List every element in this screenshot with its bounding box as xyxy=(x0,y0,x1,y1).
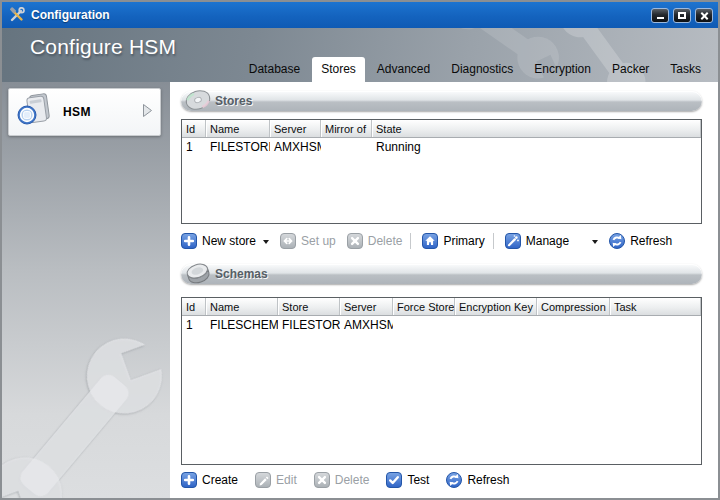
column-header-encryption-key[interactable]: Encryption Key xyxy=(455,298,537,315)
table-cell: FILESCHEMA xyxy=(206,316,278,333)
test-button[interactable]: Test xyxy=(386,472,429,488)
stores-table: IdNameServerMirror ofState 1FILESTOREAMX… xyxy=(181,119,702,224)
page-title: Configure HSM xyxy=(30,35,176,59)
table-cell: AMXHSM xyxy=(270,138,321,155)
close-button[interactable] xyxy=(695,8,713,23)
table-cell: FILESTORE xyxy=(278,316,340,333)
section-title: Schemas xyxy=(215,267,268,281)
column-header-mirror-of[interactable]: Mirror of xyxy=(321,120,372,137)
header-band: Configure HSM DatabaseStoresAdvancedDiag… xyxy=(2,28,718,82)
refresh-button[interactable]: Refresh xyxy=(446,472,509,488)
maximize-button[interactable] xyxy=(673,8,691,23)
wrench-watermark xyxy=(2,270,170,498)
stores-toolbar: New storeSet upDeletePrimaryManageRefres… xyxy=(181,230,683,252)
tab-tasks[interactable]: Tasks xyxy=(661,57,710,82)
column-header-name[interactable]: Name xyxy=(206,298,278,315)
column-header-id[interactable]: Id xyxy=(182,120,206,137)
home-icon xyxy=(422,233,438,249)
toolbar-separator xyxy=(410,233,411,249)
edit-button[interactable]: Edit xyxy=(255,472,297,488)
column-header-compression[interactable]: Compression xyxy=(537,298,610,315)
column-header-id[interactable]: Id xyxy=(182,298,206,315)
column-header-name[interactable]: Name xyxy=(206,120,270,137)
schemas-toolbar: CreateEditDeleteTestRefresh xyxy=(181,469,526,491)
plus-icon xyxy=(181,233,197,249)
window-controls xyxy=(647,8,713,23)
table-cell xyxy=(321,138,372,155)
table-cell: Running xyxy=(372,138,701,155)
sync-arrows-icon xyxy=(280,233,296,249)
main-area: HSM xyxy=(2,82,718,498)
title-bar[interactable]: Configuration xyxy=(2,2,718,28)
minimize-icon xyxy=(657,17,664,19)
table-cell: 1 xyxy=(182,316,206,333)
pencil-icon xyxy=(255,472,271,488)
schemas-table: IdNameStoreServerForce StoreEncryption K… xyxy=(181,297,702,465)
sidebar-item-label: HSM xyxy=(63,105,91,119)
wand-icon xyxy=(505,233,521,249)
tab-advanced[interactable]: Advanced xyxy=(368,57,439,82)
refresh-button[interactable]: Refresh xyxy=(609,233,672,249)
minimize-button[interactable] xyxy=(651,8,669,23)
set-up-button[interactable]: Set up xyxy=(280,233,336,249)
sidebar: HSM xyxy=(2,82,170,498)
plus-icon xyxy=(181,472,197,488)
column-header-state[interactable]: State xyxy=(372,120,701,137)
refresh-icon xyxy=(609,233,625,249)
hsm-server-icon xyxy=(16,92,52,132)
table-cell xyxy=(393,316,455,333)
manage-button[interactable]: Manage xyxy=(505,233,569,249)
delete-x-icon xyxy=(314,472,330,488)
column-header-server[interactable]: Server xyxy=(340,298,393,315)
schemas-section-header: Schemas xyxy=(181,264,702,284)
schemas-table-body: 1FILESCHEMAFILESTOREAMXHSM xyxy=(182,316,701,333)
button-label: Edit xyxy=(276,473,297,487)
stores-table-header: IdNameServerMirror ofState xyxy=(182,120,701,138)
column-header-server[interactable]: Server xyxy=(270,120,321,137)
create-button[interactable]: Create xyxy=(181,472,238,488)
button-label: Set up xyxy=(301,234,336,248)
tab-encryption[interactable]: Encryption xyxy=(525,57,600,82)
sidebar-item-hsm[interactable]: HSM xyxy=(8,88,161,136)
tab-stores[interactable]: Stores xyxy=(312,57,365,82)
button-label: Delete xyxy=(335,473,370,487)
table-row[interactable]: 1FILESCHEMAFILESTOREAMXHSM xyxy=(182,316,701,333)
tab-packer[interactable]: Packer xyxy=(603,57,658,82)
button-label: Test xyxy=(407,473,429,487)
section-title: Stores xyxy=(215,94,252,108)
button-label: Refresh xyxy=(630,234,672,248)
dropdown-caret[interactable] xyxy=(592,240,598,244)
new-store-button[interactable]: New store xyxy=(181,233,256,249)
window-title: Configuration xyxy=(31,8,110,22)
tab-bar: DatabaseStoresAdvancedDiagnosticsEncrypt… xyxy=(237,57,710,82)
table-cell: 1 xyxy=(182,138,206,155)
stores-section-header: Stores xyxy=(181,91,702,111)
disc-icon xyxy=(184,87,212,117)
delete-button[interactable]: Delete xyxy=(314,472,370,488)
button-label: Manage xyxy=(526,234,569,248)
button-label: Create xyxy=(202,473,238,487)
tab-diagnostics[interactable]: Diagnostics xyxy=(442,57,522,82)
primary-button[interactable]: Primary xyxy=(422,233,484,249)
button-label: New store xyxy=(202,234,256,248)
column-header-store[interactable]: Store xyxy=(278,298,340,315)
column-header-force-store[interactable]: Force Store xyxy=(393,298,455,315)
button-label: Refresh xyxy=(467,473,509,487)
check-icon xyxy=(386,472,402,488)
maximize-icon xyxy=(678,12,686,19)
refresh-icon xyxy=(446,472,462,488)
toolbar-separator xyxy=(493,233,494,249)
column-header-task[interactable]: Task xyxy=(610,298,701,315)
button-label: Primary xyxy=(443,234,484,248)
configuration-window: Configuration Configu xyxy=(0,0,720,500)
table-cell xyxy=(455,316,537,333)
dropdown-caret[interactable] xyxy=(263,240,269,244)
delete-x-icon xyxy=(347,233,363,249)
table-row[interactable]: 1FILESTOREAMXHSMRunning xyxy=(182,138,701,155)
chevron-right-icon xyxy=(142,103,153,122)
table-cell: AMXHSM xyxy=(340,316,393,333)
delete-button[interactable]: Delete xyxy=(347,233,403,249)
tab-database[interactable]: Database xyxy=(240,57,309,82)
table-cell: FILESTORE xyxy=(206,138,270,155)
content-panel: Stores IdNameServerMirror ofState 1FILES… xyxy=(170,82,718,498)
